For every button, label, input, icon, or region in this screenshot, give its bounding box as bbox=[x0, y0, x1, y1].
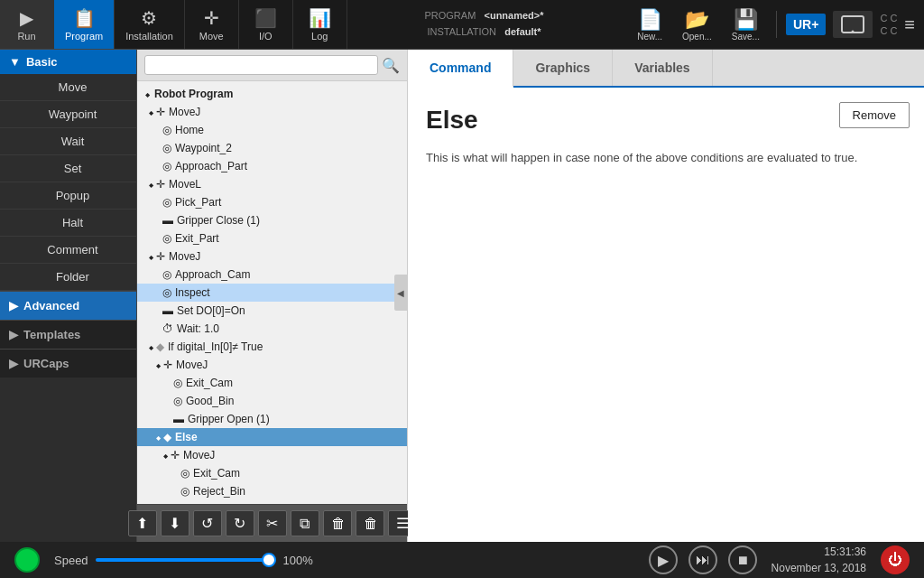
program-value: <unnamed>* bbox=[484, 10, 543, 21]
bullet-icon: ⬥ bbox=[155, 359, 162, 371]
new-button[interactable]: 📄 New... bbox=[630, 5, 670, 45]
move-up-button[interactable]: ⬆ bbox=[128, 510, 157, 536]
list-item[interactable]: ▬ Gripper Open (1) bbox=[137, 410, 407, 428]
tree-item-label: Gripper Open (1) bbox=[188, 413, 270, 425]
list-item[interactable]: ◎ Exit_Cam bbox=[137, 374, 407, 392]
nav-log[interactable]: 📊 Log bbox=[293, 0, 347, 49]
nav-installation[interactable]: ⚙ Installation bbox=[115, 0, 185, 49]
play-button[interactable]: ▶ bbox=[649, 545, 678, 574]
bullet-icon: ⬥ bbox=[155, 431, 162, 443]
basic-section-header[interactable]: ▼ Basic bbox=[0, 50, 136, 74]
tree-item-label: Good_Bin bbox=[186, 395, 234, 407]
collapse-arrow-icon: ◀ bbox=[397, 288, 404, 298]
panel-title: Else bbox=[426, 106, 906, 135]
tree-item-inspect[interactable]: ◎ Inspect bbox=[137, 284, 407, 302]
urcaps-section-header[interactable]: ▶ URCaps bbox=[0, 349, 136, 378]
top-bar-right: UR+ C C C C ≡ bbox=[776, 11, 924, 38]
hamburger-button[interactable]: ≡ bbox=[904, 14, 915, 35]
step-forward-button[interactable]: ⏭ bbox=[688, 545, 717, 574]
nav-run[interactable]: ▶ Run bbox=[0, 0, 54, 49]
sidebar-item-wait[interactable]: Wait bbox=[0, 128, 136, 155]
cut-button[interactable]: ✂ bbox=[258, 510, 287, 536]
save-button[interactable]: 💾 Save... bbox=[725, 5, 767, 45]
list-item[interactable]: ⬥ ✛ MoveJ bbox=[137, 356, 407, 374]
tab-command[interactable]: Command bbox=[408, 50, 513, 88]
list-item[interactable]: ⬥ ✛ MoveJ bbox=[137, 446, 407, 464]
list-item[interactable]: ◎ Approach_Cam bbox=[137, 266, 407, 284]
bullet-icon: ⬥ bbox=[148, 106, 154, 118]
list-item[interactable]: ⬥ ✛ MoveJ bbox=[137, 247, 407, 266]
tree-item-label: Exit_Cam bbox=[186, 377, 233, 389]
waypoint-icon: ◎ bbox=[162, 286, 171, 299]
tree-search-input[interactable] bbox=[144, 55, 378, 75]
io-icon: ⬛ bbox=[254, 7, 277, 29]
sidebar-item-comment[interactable]: Comment bbox=[0, 237, 136, 264]
tree-item-label: Approach_Part bbox=[175, 160, 247, 172]
remove-button[interactable]: Remove bbox=[839, 102, 910, 128]
list-item[interactable]: ▬ Gripper Close (1) bbox=[137, 211, 407, 229]
tree-item-label: Exit_Part bbox=[175, 232, 219, 245]
templates-section-header[interactable]: ▶ Templates bbox=[0, 320, 136, 349]
nav-io[interactable]: ⬛ I/O bbox=[239, 0, 293, 49]
tree-item-label: Pick_Part bbox=[175, 196, 221, 209]
undo-button[interactable]: ↺ bbox=[193, 510, 222, 536]
delete-button[interactable]: 🗑 bbox=[323, 510, 352, 536]
tree-toolbar: ⬆ ⬇ ↺ ↻ ✂ ⧉ 🗑 🗑 ☰ bbox=[137, 504, 407, 542]
list-item[interactable]: ▬ Gripper Open (1) bbox=[137, 500, 407, 504]
sidebar-item-move[interactable]: Move bbox=[0, 74, 136, 101]
speed-label: Speed bbox=[54, 554, 88, 567]
sidebar-item-waypoint[interactable]: Waypoint bbox=[0, 101, 136, 128]
nav-log-label: Log bbox=[311, 31, 328, 42]
search-icon[interactable]: 🔍 bbox=[382, 57, 400, 74]
list-item[interactable]: ⬥ ✛ MoveL bbox=[137, 175, 407, 193]
tab-graphics[interactable]: Graphics bbox=[513, 50, 613, 86]
root-bullet: ⬥ bbox=[144, 88, 151, 100]
nav-move[interactable]: ✛ Move bbox=[185, 0, 239, 49]
program-label: PROGRAM bbox=[424, 10, 476, 21]
tree-collapse-handle[interactable]: ◀ bbox=[394, 275, 407, 311]
delete2-button[interactable]: 🗑 bbox=[356, 510, 384, 536]
waypoint-icon: ◎ bbox=[180, 485, 189, 498]
tab-variables[interactable]: Variables bbox=[613, 50, 713, 86]
advanced-arrow-icon: ▶ bbox=[9, 299, 18, 312]
list-item[interactable]: ◎ Good_Bin bbox=[137, 392, 407, 410]
list-item[interactable]: ◎ Pick_Part bbox=[137, 193, 407, 211]
sidebar-item-popup[interactable]: Popup bbox=[0, 182, 136, 210]
tree-item-label: Else bbox=[175, 431, 198, 443]
advanced-section-header[interactable]: ▶ Advanced bbox=[0, 291, 136, 320]
bullet-icon: ⬥ bbox=[148, 250, 154, 263]
list-item[interactable]: ◎ Approach_Part bbox=[137, 157, 407, 175]
list-item[interactable]: ◎ Exit_Part bbox=[137, 229, 407, 247]
copy-button[interactable]: ⧉ bbox=[291, 510, 319, 536]
waypoint-icon: ◎ bbox=[173, 395, 182, 407]
list-item[interactable]: ⬥ ✛ MoveJ bbox=[137, 103, 407, 121]
list-item[interactable]: ⏱ Wait: 1.0 bbox=[137, 320, 407, 338]
list-item[interactable]: ◎ Exit_Cam bbox=[137, 464, 407, 482]
sidebar-item-halt[interactable]: Halt bbox=[0, 210, 136, 237]
redo-button[interactable]: ↻ bbox=[226, 510, 254, 536]
sidebar-item-set[interactable]: Set bbox=[0, 155, 136, 182]
nav-program[interactable]: 📋 Program bbox=[54, 0, 115, 49]
speed-slider[interactable] bbox=[96, 558, 276, 562]
tree-item-else[interactable]: ⬥ ◆ Else bbox=[137, 428, 407, 446]
list-item[interactable]: ◎ Reject_Bin bbox=[137, 482, 407, 500]
run-icon: ▶ bbox=[20, 7, 33, 29]
top-bar: ▶ Run 📋 Program ⚙ Installation ✛ Move ⬛ … bbox=[0, 0, 924, 50]
templates-section-label: Templates bbox=[23, 328, 80, 341]
move-down-button[interactable]: ⬇ bbox=[161, 510, 189, 536]
tree-root[interactable]: ⬥ Robot Program bbox=[137, 85, 407, 103]
list-item[interactable]: ◎ Waypoint_2 bbox=[137, 139, 407, 157]
sidebar-item-folder[interactable]: Folder bbox=[0, 264, 136, 291]
action-icon: ▬ bbox=[180, 503, 191, 504]
ur-logo: UR+ bbox=[786, 14, 826, 35]
open-button[interactable]: 📂 Open... bbox=[675, 5, 719, 45]
power-button[interactable]: ⏻ bbox=[881, 545, 910, 574]
nav-bar: ▶ Run 📋 Program ⚙ Installation ✛ Move ⬛ … bbox=[0, 0, 347, 49]
if-icon: ◆ bbox=[156, 340, 164, 353]
else-icon: ◆ bbox=[163, 431, 171, 443]
list-item[interactable]: ◎ Home bbox=[137, 121, 407, 139]
list-item[interactable]: ⬥ ◆ If digital_In[0]≠ True bbox=[137, 338, 407, 356]
tab-variables-label: Variables bbox=[634, 61, 690, 75]
stop-button[interactable]: ⏹ bbox=[728, 545, 757, 574]
list-item[interactable]: ▬ Set DO[0]=On bbox=[137, 302, 407, 320]
